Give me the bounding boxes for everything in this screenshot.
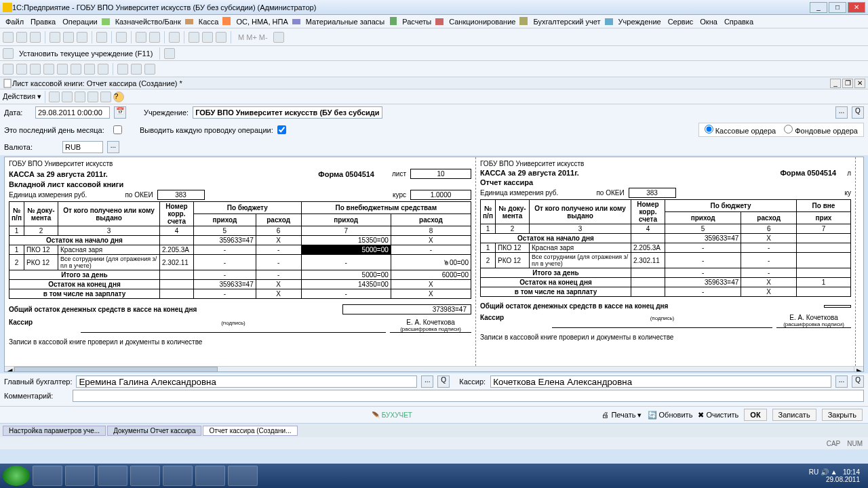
cells-icon[interactable] (216, 32, 226, 43)
doc-restore-button[interactable]: ❐ (842, 79, 853, 88)
calc2-icon[interactable] (273, 32, 284, 43)
close-button[interactable]: ✕ (848, 2, 865, 13)
last-day-checkbox[interactable] (113, 125, 122, 134)
clear-button[interactable]: ✖ Очистить (698, 411, 738, 420)
r8-icon[interactable] (98, 64, 108, 75)
print-icon[interactable] (96, 32, 107, 43)
table-icon[interactable] (202, 32, 213, 43)
report-toolbar (0, 61, 868, 77)
home-icon[interactable] (3, 48, 14, 59)
status-num: NUM (847, 440, 863, 447)
act-tree-icon[interactable] (87, 92, 98, 102)
menu-assets[interactable]: ОС, НМА, НПА (233, 16, 290, 27)
cut-icon[interactable] (50, 32, 60, 43)
fund-orders-radio (784, 125, 793, 134)
menu-materials[interactable]: Материальные запасы (303, 16, 388, 27)
system-tray[interactable]: RU 🔊 ▲ 10:14 29.08.2011 (809, 468, 865, 483)
act-help-icon[interactable]: ? (113, 92, 124, 102)
copy-icon[interactable] (63, 32, 74, 43)
menu-accounting[interactable]: Бухгалтерский учет (530, 16, 603, 27)
taskbar-app-5[interactable] (163, 466, 193, 486)
institution-input[interactable] (193, 106, 382, 119)
cashier-select-button[interactable]: ... (835, 375, 848, 388)
taskbar-app-4[interactable] (130, 466, 160, 486)
menu-calc[interactable]: Расчеты (399, 16, 434, 27)
save-icon[interactable] (30, 32, 41, 43)
chief-open-button[interactable]: Q (437, 375, 450, 388)
window-title: 1С:Предприятие - ГОБУ ВПО Университет ис… (12, 3, 810, 12)
r6-icon[interactable] (71, 64, 81, 75)
redo-icon[interactable] (149, 32, 160, 43)
set-institution-button[interactable]: Установить текущее учреждение (F11) (16, 49, 155, 58)
r1-icon[interactable] (3, 64, 14, 75)
r7-icon[interactable] (84, 64, 95, 75)
minimize-button[interactable]: _ (810, 2, 827, 13)
close-doc-button[interactable]: Закрыть (822, 409, 863, 421)
tab-report[interactable]: Отчет кассира (Создани... (203, 426, 297, 436)
grid-icon[interactable] (189, 32, 199, 43)
date-input[interactable] (35, 106, 110, 119)
currency-input[interactable] (62, 141, 103, 153)
tab-settings[interactable]: Настройка параметров уче... (3, 426, 106, 436)
cashier-open-button[interactable]: Q (852, 375, 864, 388)
actions-dropdown[interactable]: Действия ▾ (3, 92, 41, 101)
menu-file[interactable]: Файл (3, 16, 26, 27)
taskbar-app-2[interactable] (65, 466, 95, 486)
act-save-icon[interactable] (49, 92, 60, 102)
accounting-icon (519, 17, 529, 26)
new-icon[interactable] (3, 32, 14, 43)
sanction-icon (435, 17, 445, 26)
act-list-icon[interactable] (62, 92, 73, 102)
print-button[interactable]: 🖨 Печать ▾ (601, 411, 642, 420)
menu-cash[interactable]: Касса (196, 16, 222, 27)
act-doc-icon[interactable] (100, 92, 111, 102)
comment-input[interactable] (73, 390, 864, 402)
menu-edit[interactable]: Правка (28, 16, 58, 27)
r3-icon[interactable] (30, 64, 41, 75)
taskbar-app-1[interactable] (33, 466, 62, 486)
undo-icon[interactable] (136, 32, 146, 43)
currency-select-button[interactable]: ... (107, 141, 119, 153)
r2-icon[interactable] (16, 64, 27, 75)
act-copy-icon[interactable] (75, 92, 85, 102)
show-each-checkbox[interactable] (277, 125, 286, 134)
r11-icon[interactable] (144, 64, 155, 75)
institution-select-button[interactable]: ... (835, 106, 848, 119)
doc-close-button[interactable]: ✕ (854, 79, 865, 88)
r9-icon[interactable] (117, 64, 128, 75)
bottom-bar: 🪶 БУХУЧЕТ 🖨 Печать ▾ 🔄 Обновить ✖ Очисти… (0, 406, 868, 424)
doc-minimize-button[interactable]: _ (830, 79, 841, 88)
r4-icon[interactable] (43, 64, 54, 75)
menu-service[interactable]: Сервис (665, 16, 696, 27)
taskbar-app-6[interactable] (195, 466, 225, 486)
taskbar-app-3[interactable] (98, 466, 127, 486)
help-icon[interactable] (169, 32, 180, 43)
menu-sanction[interactable]: Санкционирование (446, 16, 518, 27)
menu-windows[interactable]: Окна (697, 16, 720, 27)
institution-open-button[interactable]: Q (852, 106, 864, 119)
menu-operations[interactable]: Операции (60, 16, 100, 27)
r10-icon[interactable] (131, 64, 142, 75)
save-button[interactable]: Записать (772, 409, 816, 421)
find-icon[interactable] (116, 32, 127, 43)
menu-institution[interactable]: Учреждение (616, 16, 664, 27)
menu-help[interactable]: Справка (722, 16, 756, 27)
open-icon[interactable] (16, 32, 27, 43)
chief-input[interactable] (76, 375, 417, 388)
start-button[interactable] (3, 466, 30, 486)
cashier-input[interactable] (490, 375, 831, 388)
list-icon[interactable] (164, 48, 175, 59)
refresh-button[interactable]: 🔄 Обновить (648, 411, 693, 420)
form-row-2: Это последний день месяца: Выводить кажд… (0, 121, 868, 139)
calendar-button[interactable]: 📅 (114, 106, 126, 119)
chief-select-button[interactable]: ... (421, 375, 433, 388)
taskbar-app-7[interactable] (228, 466, 258, 486)
horizontal-scrollbar[interactable]: ◀ ▶ (5, 366, 863, 372)
tab-documents[interactable]: Документы Отчет кассира (107, 426, 201, 436)
maximize-button[interactable]: □ (829, 2, 846, 13)
menu-treasury[interactable]: Казначейство/Банк (113, 16, 184, 27)
ok-button[interactable]: ОК (744, 409, 766, 421)
paste-icon[interactable] (77, 32, 87, 43)
r5-icon[interactable] (57, 64, 68, 75)
svg-rect-1 (102, 18, 110, 25)
